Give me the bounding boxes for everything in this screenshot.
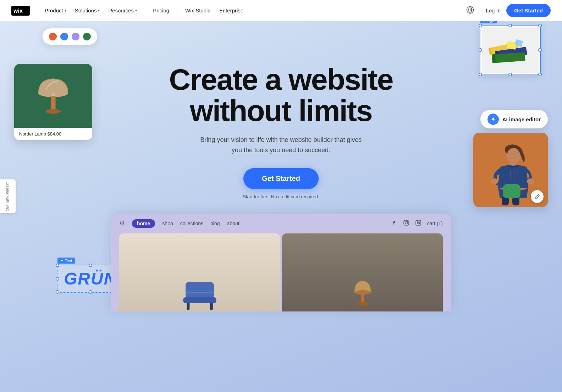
selection-handle-tl[interactable] — [479, 24, 482, 27]
nav-item-product[interactable]: Product ▾ — [41, 5, 70, 16]
hero-subtitle: Bring your vision to life with the websi… — [196, 135, 366, 155]
ai-star-icon: ✦ — [487, 114, 499, 125]
selection-handle-tm[interactable] — [508, 24, 512, 27]
preview-nav-about[interactable]: about — [227, 221, 239, 226]
svg-rect-38 — [183, 297, 216, 303]
grun-handle-tm[interactable] — [89, 264, 92, 267]
svg-point-21 — [491, 178, 498, 184]
preview-images — [111, 233, 451, 311]
globe-icon[interactable] — [466, 6, 474, 15]
hero-center: Create a website without limits Bring yo… — [169, 64, 393, 199]
svg-rect-35 — [417, 222, 418, 224]
linkedin-icon[interactable] — [415, 220, 422, 227]
chevron-down-icon: ▾ — [135, 9, 137, 12]
get-started-nav-button[interactable]: Get Started — [506, 4, 551, 17]
nav-item-enterprise[interactable]: Enterprise — [216, 5, 247, 16]
nav-divider-2 — [177, 7, 177, 14]
preview-nav-left: ⚙ home shop collections blog about — [119, 219, 239, 228]
grun-handle-bl[interactable] — [56, 290, 59, 294]
grun-handle-tl[interactable] — [56, 264, 59, 267]
hero-title: Create a website without limits — [169, 64, 393, 126]
chevron-down-icon: ▾ — [65, 9, 66, 12]
svg-point-45 — [357, 302, 368, 305]
nav-item-solutions[interactable]: Solutions ▾ — [71, 5, 104, 16]
svg-rect-39 — [187, 303, 189, 310]
lamp-card-image — [14, 64, 92, 128]
svg-rect-25 — [503, 184, 520, 198]
selection-handle-bm[interactable] — [508, 73, 512, 76]
selection-handle-tr[interactable] — [538, 24, 542, 27]
lamp-label: Norder Lamp $84.00 — [14, 128, 92, 140]
grun-handle-bm[interactable] — [89, 290, 92, 294]
nav-links: Product ▾ Solutions ▾ Resources ▾ Pricin… — [41, 5, 247, 16]
svg-rect-8 — [51, 96, 55, 111]
svg-rect-40 — [210, 303, 213, 310]
svg-point-36 — [417, 221, 418, 222]
preview-nav-blog[interactable]: blog — [210, 221, 220, 226]
image-widget: Image — [480, 25, 541, 75]
tag-star-icon: ✦ — [60, 258, 64, 263]
svg-rect-31 — [404, 220, 409, 225]
login-button[interactable]: Log In — [486, 7, 501, 13]
preview-nav-collections[interactable]: collections — [180, 221, 203, 226]
grun-handle-ml[interactable] — [56, 277, 59, 281]
navbar-left: wix Product ▾ Solutions ▾ Resources ▾ Pr… — [11, 5, 247, 16]
wix-logo[interactable]: wix — [11, 6, 30, 16]
preview-website: ⚙ home shop collections blog about — [111, 214, 451, 311]
created-with-wix-tab: Created with Wix — [0, 179, 16, 213]
svg-line-29 — [538, 195, 539, 196]
svg-rect-17 — [506, 41, 517, 50]
chevron-down-icon: ▾ — [98, 9, 100, 12]
ai-editor-widget: ✦ AI image editor — [473, 110, 548, 207]
preview-image-right — [282, 233, 443, 311]
svg-rect-7 — [51, 93, 55, 96]
svg-rect-37 — [186, 282, 214, 299]
color-dot-orange[interactable] — [49, 33, 57, 40]
color-dot-green[interactable] — [83, 33, 91, 40]
nav-item-pricing[interactable]: Pricing — [149, 5, 173, 16]
preview-image-left — [119, 233, 280, 311]
preview-nav: ⚙ home shop collections blog about — [111, 214, 451, 233]
svg-text:wix: wix — [13, 8, 23, 14]
color-dot-purple[interactable] — [72, 33, 79, 40]
nav-item-resources[interactable]: Resources ▾ — [105, 5, 140, 16]
preview-cart[interactable]: cart (1) — [427, 221, 443, 226]
preview-nav-shop[interactable]: shop — [162, 221, 173, 226]
facebook-icon[interactable] — [391, 220, 397, 227]
svg-point-33 — [407, 221, 408, 222]
selection-handle-br[interactable] — [538, 73, 542, 76]
instagram-icon[interactable] — [403, 220, 409, 227]
svg-point-32 — [405, 221, 407, 224]
preview-section: ⚙ home shop collections blog about — [111, 214, 451, 311]
vertical-divider — [480, 7, 480, 14]
svg-rect-10 — [46, 110, 60, 112]
preview-nav-right: cart (1) — [391, 220, 443, 227]
color-dots-widget — [43, 28, 97, 45]
selection-handle-bl[interactable] — [479, 73, 482, 76]
navbar: wix Product ▾ Solutions ▾ Resources ▾ Pr… — [0, 0, 562, 21]
edit-icon-overlay[interactable] — [531, 190, 544, 203]
selection-handle-mr[interactable] — [538, 48, 542, 52]
hero-section: Norder Lamp $84.00 Image — [0, 0, 562, 392]
ai-editor-badge: ✦ AI image editor — [480, 110, 548, 128]
navbar-right: Log In Get Started — [466, 4, 551, 17]
image-widget-content — [482, 27, 539, 73]
color-dot-blue[interactable] — [60, 33, 68, 40]
nav-item-wix-studio[interactable]: Wix Studio — [182, 5, 214, 16]
preview-nav-home[interactable]: home — [132, 219, 155, 228]
text-widget-tag: ✦ Text — [57, 258, 75, 264]
nav-divider — [145, 7, 145, 14]
lamp-product-card: Norder Lamp $84.00 — [14, 64, 92, 140]
hero-free-text: Start for free. No credit card required. — [169, 194, 393, 199]
svg-point-22 — [527, 178, 534, 184]
selection-handle-ml[interactable] — [479, 48, 482, 52]
hero-cta-button[interactable]: Get Started — [243, 168, 319, 189]
fashion-card — [473, 133, 548, 207]
settings-icon[interactable]: ⚙ — [119, 220, 125, 227]
svg-rect-44 — [361, 292, 364, 303]
